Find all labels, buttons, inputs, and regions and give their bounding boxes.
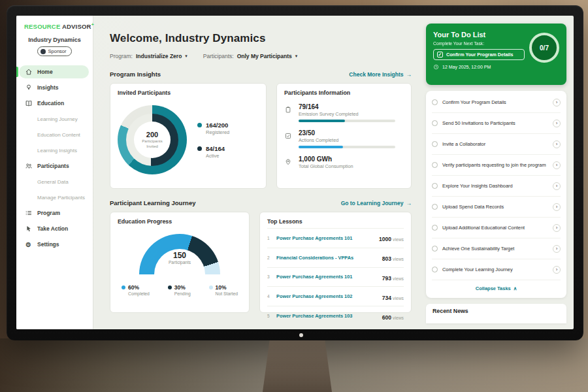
task-label: Invite a Collaborator bbox=[442, 141, 548, 148]
lesson-title-link[interactable]: Power Purchase Agreements 101 bbox=[276, 235, 374, 241]
sidebar-item-home[interactable]: Home bbox=[16, 64, 93, 80]
task-checkbox[interactable] bbox=[432, 162, 438, 168]
views-label: views bbox=[393, 276, 404, 281]
chevron-right-icon[interactable]: › bbox=[553, 266, 561, 274]
sidebar-item-participants[interactable]: Participants bbox=[16, 158, 93, 174]
sidebar-item-label: Learning Journey bbox=[37, 116, 78, 122]
task-label: Explore Your Insights Dashboard bbox=[442, 183, 548, 189]
task-row[interactable]: Invite a Collaborator › bbox=[432, 134, 561, 155]
stat-value: 1,000 GWh bbox=[299, 155, 353, 163]
arrow-right-icon: → bbox=[406, 71, 412, 78]
stat-value: 79/164 bbox=[299, 103, 395, 110]
lesson-title-link[interactable]: Power Purchase Agreements 102 bbox=[276, 293, 378, 299]
chevron-right-icon[interactable]: › bbox=[553, 161, 561, 169]
chevron-right-icon[interactable]: › bbox=[553, 120, 561, 127]
chevron-right-icon[interactable]: › bbox=[553, 140, 561, 148]
sidebar-item-learning-insights[interactable]: Learning Insights bbox=[16, 142, 93, 158]
sidebar-item-label: Learning Insights bbox=[37, 148, 77, 154]
sidebar-item-learning-journey[interactable]: Learning Journey bbox=[16, 111, 93, 127]
todo-progress-value: 0/7 bbox=[540, 44, 549, 52]
lesson-title-link[interactable]: Power Purchase Agreements 103 bbox=[276, 313, 378, 319]
next-task-button[interactable]: ✓ Confirm Your Program Details bbox=[433, 49, 525, 60]
chevron-right-icon[interactable]: › bbox=[553, 203, 561, 211]
sidebar-item-general-data[interactable]: General Data bbox=[16, 174, 93, 189]
chevron-right-icon[interactable]: › bbox=[553, 99, 561, 106]
power-led bbox=[299, 333, 303, 337]
chevron-right-icon[interactable]: › bbox=[553, 224, 561, 232]
sidebar-item-manage-participants[interactable]: Manage Participants bbox=[16, 189, 93, 205]
todo-panel: Your To Do List Complete Your Next Task:… bbox=[426, 24, 566, 323]
sidebar-item-label: Settings bbox=[37, 241, 59, 248]
todo-progress-ring: 0/7 bbox=[529, 33, 559, 63]
task-row[interactable]: Achieve One Sustainability Target › bbox=[432, 238, 561, 259]
collapse-tasks-link[interactable]: Collapse Tasks ∧ bbox=[432, 280, 561, 297]
legend-label: Registered bbox=[206, 129, 229, 135]
lesson-rank: 4 bbox=[267, 294, 272, 299]
lesson-views: 734 bbox=[382, 295, 391, 301]
task-checkbox[interactable] bbox=[432, 204, 438, 210]
task-row[interactable]: Send 50 Invitations to Participants › bbox=[432, 113, 561, 134]
chevron-down-icon: ▾ bbox=[295, 54, 298, 59]
card-title: Top Lessons bbox=[267, 218, 404, 229]
task-checkbox[interactable] bbox=[432, 246, 438, 252]
sponsor-badge[interactable]: Sponsor bbox=[37, 46, 73, 56]
org-name: Industry Dynamics bbox=[16, 37, 93, 43]
task-row[interactable]: Explore Your Insights Dashboard › bbox=[432, 176, 561, 197]
page-title: Welcome, Industry Dynamics bbox=[110, 32, 428, 45]
brand-logo: RESOURCE ADVISOR+ bbox=[16, 22, 93, 30]
task-row[interactable]: Upload Additional Educational Content › bbox=[432, 218, 561, 238]
task-checkbox[interactable] bbox=[432, 99, 438, 105]
link-label: Go to Learning Journey bbox=[341, 200, 404, 206]
recent-news-header: Recent News bbox=[426, 304, 566, 323]
task-checkbox[interactable] bbox=[432, 120, 438, 126]
check-more-insights-link[interactable]: Check More Insights → bbox=[349, 71, 412, 78]
task-row[interactable]: Confirm Your Program Details › bbox=[432, 92, 561, 113]
lesson-views: 600 bbox=[382, 314, 391, 321]
participants-value: Only My Participants bbox=[237, 53, 292, 59]
survey-icon bbox=[284, 105, 293, 116]
sidebar-item-education[interactable]: Education bbox=[16, 95, 93, 111]
todo-summary-card: Your To Do List Complete Your Next Task:… bbox=[426, 24, 566, 85]
task-checkbox[interactable] bbox=[432, 267, 438, 272]
gear-icon: ⚙ bbox=[24, 240, 33, 249]
sidebar-item-insights[interactable]: Insights bbox=[16, 80, 93, 95]
lesson-row: 5 Power Purchase Agreements 103 600views bbox=[267, 306, 404, 325]
sidebar-item-education-content[interactable]: Education Content bbox=[16, 127, 93, 142]
stat-label: Emission Survey Completed bbox=[299, 111, 395, 117]
sidebar-item-take-action[interactable]: Take Action bbox=[16, 221, 93, 237]
sidebar-item-label: Manage Participants bbox=[37, 195, 85, 201]
actions-icon bbox=[284, 131, 293, 142]
task-row[interactable]: Verify participants requesting to join t… bbox=[432, 155, 561, 176]
participants-dropdown[interactable]: Participants: Only My Participants ▾ bbox=[203, 53, 297, 59]
stat-label: Total Global Consumption bbox=[299, 163, 353, 169]
legend-dot bbox=[122, 286, 125, 289]
sidebar-item-settings[interactable]: ⚙ Settings bbox=[16, 237, 93, 252]
lesson-row: 4 Power Purchase Agreements 102 734views bbox=[267, 287, 404, 306]
legend-dot bbox=[168, 286, 172, 289]
lesson-views: 1000 bbox=[379, 236, 391, 242]
task-checkbox[interactable] bbox=[432, 183, 438, 189]
sidebar-item-program[interactable]: Program bbox=[16, 205, 93, 221]
go-to-learning-journey-link[interactable]: Go to Learning Journey → bbox=[341, 200, 412, 206]
sidebar-item-label: Take Action bbox=[37, 225, 68, 232]
chevron-right-icon[interactable]: › bbox=[553, 245, 561, 253]
sidebar-item-label: Insights bbox=[37, 84, 59, 91]
monitor-bezel: RESOURCE ADVISOR+ Industry Dynamics Spon… bbox=[7, 5, 583, 340]
task-checkbox[interactable] bbox=[432, 225, 438, 231]
legend-label: Pending bbox=[174, 291, 191, 296]
recent-news-title: Recent News bbox=[433, 308, 468, 314]
lesson-title-link[interactable]: Financial Considerations - VPPAs bbox=[276, 255, 378, 261]
stat-emission-survey: 79/164 Emission Survey Completed bbox=[284, 103, 404, 122]
lesson-row: 2 Financial Considerations - VPPAs 803vi… bbox=[267, 248, 404, 268]
legend-dot bbox=[209, 286, 213, 289]
program-dropdown[interactable]: Program: Industrialize Zero ▾ bbox=[110, 53, 188, 59]
learning-cards-row: Education Progress 150 Participants 60% … bbox=[110, 212, 412, 313]
lesson-title-link[interactable]: Power Purchase Agreements 101 bbox=[276, 274, 378, 280]
chevron-right-icon[interactable]: › bbox=[553, 182, 561, 190]
education-progress-card: Education Progress 150 Participants 60% … bbox=[110, 212, 250, 313]
participants-icon bbox=[24, 162, 33, 171]
task-checkbox[interactable] bbox=[432, 141, 438, 147]
task-row[interactable]: Complete Your Learning Journey › bbox=[432, 259, 561, 280]
task-row[interactable]: Upload Spend Data Records › bbox=[432, 197, 561, 218]
views-label: views bbox=[393, 257, 404, 261]
